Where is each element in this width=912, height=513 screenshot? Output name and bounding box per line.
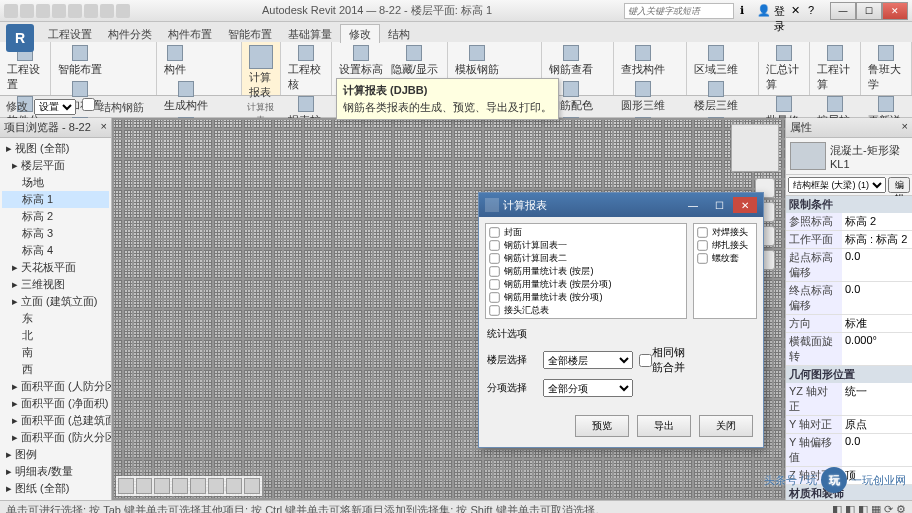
report-list[interactable]: 封面钢筋计算回表一钢筋计算回表二钢筋用量统计表 (按层)钢筋用量统计表 (按层分… — [485, 223, 687, 319]
user-area[interactable]: ℹ 👤 登录 ✕ ? — [740, 4, 822, 18]
viewctl-icon[interactable] — [190, 478, 206, 494]
prop-row[interactable]: 起点标高偏移0.0 — [786, 249, 912, 282]
tree-node[interactable]: 标高 3 — [2, 225, 109, 242]
project-browser-tree[interactable]: ▸ 视图 (全部)▸ 楼层平面场地标高 1标高 2标高 3标高 4▸ 天花板平面… — [0, 138, 111, 500]
prop-section[interactable]: 几何图形位置 — [786, 366, 912, 383]
prop-row[interactable]: 参照标高标高 2 — [786, 213, 912, 231]
dialog-minimize-button[interactable]: — — [681, 197, 705, 213]
qat-icon[interactable] — [100, 4, 114, 18]
tree-node[interactable]: ▸ 图纸 (全部) — [2, 480, 109, 497]
tree-node[interactable]: ▸ 三维视图 — [2, 276, 109, 293]
joint-item[interactable]: 螺纹套 — [696, 252, 754, 265]
viewctl-icon[interactable] — [154, 478, 170, 494]
tree-node[interactable]: ▸ 楼层平面 — [2, 157, 109, 174]
qat-icon[interactable] — [4, 4, 18, 18]
options-checkbox[interactable]: 结构钢筋 — [82, 98, 144, 115]
tree-node[interactable]: ▸ 面积平面 (净面积) — [2, 395, 109, 412]
report-item[interactable]: 封面 — [488, 226, 684, 239]
properties-grid[interactable]: 限制条件参照标高标高 2工作平面标高 : 标高 2起点标高偏移0.0终点标高偏移… — [786, 196, 912, 500]
tree-node[interactable]: ▸ 视图 (全部) — [2, 140, 109, 157]
tree-node[interactable]: 西 — [2, 361, 109, 378]
prop-section[interactable]: 限制条件 — [786, 196, 912, 213]
qat-icon[interactable] — [20, 4, 34, 18]
exchange-icon[interactable]: ✕ — [791, 4, 805, 18]
ribbon-button[interactable]: 区域三维 — [691, 44, 741, 78]
qat-icon[interactable] — [36, 4, 50, 18]
merge-rebar-checkbox[interactable]: 相同钢筋合并 — [639, 345, 689, 375]
tree-node[interactable]: ▸ 明细表/数量 — [2, 463, 109, 480]
ribbon-tab[interactable]: 工程设置 — [40, 25, 100, 43]
tree-node[interactable]: 标高 4 — [2, 242, 109, 259]
item-select[interactable]: 全部分项 — [543, 379, 633, 397]
maximize-button[interactable]: ☐ — [856, 2, 882, 20]
report-item[interactable]: 钢筋计算回表二 — [488, 252, 684, 265]
viewctl-icon[interactable] — [208, 478, 224, 494]
help-search-input[interactable] — [624, 3, 734, 19]
ribbon-button[interactable]: 楼层三维 — [691, 80, 741, 114]
preview-button[interactable]: 预览 — [575, 415, 629, 437]
edit-type-button[interactable]: 编辑类型 — [888, 177, 910, 193]
tree-node[interactable]: ▸ 面积平面 (总建筑面积) — [2, 412, 109, 429]
qat-icon[interactable] — [116, 4, 130, 18]
tree-node[interactable]: 北 — [2, 327, 109, 344]
qat-icon[interactable] — [84, 4, 98, 18]
status-tray[interactable]: ◧ ◧ ◧ ▦ ⟳ ⚙ — [832, 503, 906, 513]
ribbon-button[interactable]: 工程校核 — [285, 44, 327, 93]
ribbon-button[interactable]: 鲁班大学 — [865, 44, 907, 93]
viewctl-icon[interactable] — [226, 478, 242, 494]
quick-access-toolbar[interactable] — [4, 4, 130, 18]
tree-node[interactable]: 东 — [2, 310, 109, 327]
tree-node[interactable]: ▸ 立面 (建筑立面) — [2, 293, 109, 310]
prop-row[interactable]: 方向标准 — [786, 315, 912, 333]
help-icon[interactable]: ? — [808, 4, 822, 18]
tree-node[interactable]: ▸ 面积平面 (人防分区面积) — [2, 378, 109, 395]
tree-node[interactable]: 南 — [2, 344, 109, 361]
viewctl-icon[interactable] — [172, 478, 188, 494]
tree-node[interactable]: ▸ 图例 — [2, 446, 109, 463]
dialog-titlebar[interactable]: 计算报表 — ☐ ✕ — [479, 193, 763, 217]
report-item[interactable]: 钢筋用量统计表 (按层) — [488, 265, 684, 278]
ribbon-button[interactable]: 构件 — [161, 44, 189, 78]
panel-close-icon[interactable]: × — [902, 120, 908, 135]
ribbon-button[interactable]: 圆形三维 — [618, 80, 668, 114]
view-cube[interactable] — [731, 124, 779, 172]
ribbon-tab[interactable]: 构件分类 — [100, 25, 160, 43]
tree-node[interactable]: ▸ 面积平面 (防火分区面积) — [2, 429, 109, 446]
close-button[interactable]: 关闭 — [699, 415, 753, 437]
tree-node[interactable]: ▸ 天花板平面 — [2, 259, 109, 276]
qat-icon[interactable] — [68, 4, 82, 18]
report-item[interactable]: 钢筋用量统计表 (按分项) — [488, 291, 684, 304]
signin-icon[interactable]: 👤 — [757, 4, 771, 18]
viewctl-icon[interactable] — [244, 478, 260, 494]
minimize-button[interactable]: — — [830, 2, 856, 20]
ribbon-button[interactable]: 查找构件 — [618, 44, 668, 78]
tree-node[interactable]: 场地 — [2, 174, 109, 191]
dialog-maximize-button[interactable]: ☐ — [707, 197, 731, 213]
ribbon-button[interactable]: 计算报表 — [246, 44, 276, 101]
ribbon-button[interactable]: 智能布置 — [55, 44, 105, 78]
infocenter-icon[interactable]: ℹ — [740, 4, 754, 18]
app-menu-button[interactable]: R — [6, 24, 34, 52]
tree-node[interactable]: ▸ 族 — [2, 497, 109, 500]
floor-select[interactable]: 全部楼层 — [543, 351, 633, 369]
ribbon-button[interactable]: 隐藏/显示 — [388, 44, 441, 78]
tree-node[interactable]: 标高 1 — [2, 191, 109, 208]
report-item[interactable]: 钢筋计算回表一 — [488, 239, 684, 252]
prop-row[interactable]: Y 轴偏移值0.0 — [786, 434, 912, 467]
ribbon-tab[interactable]: 基础算量 — [280, 25, 340, 43]
ribbon-tab[interactable]: 智能布置 — [220, 25, 280, 43]
prop-row[interactable]: YZ 轴对正统一 — [786, 383, 912, 416]
ribbon-button[interactable]: 模板钢筋 — [452, 44, 502, 78]
properties-type[interactable]: 混凝土-矩形梁 KL1 — [786, 138, 912, 175]
tree-node[interactable]: 标高 2 — [2, 208, 109, 225]
ribbon-tab[interactable]: 构件布置 — [160, 25, 220, 43]
close-button[interactable]: ✕ — [882, 2, 908, 20]
ribbon-button[interactable]: 汇总计算 — [763, 44, 805, 93]
qat-icon[interactable] — [52, 4, 66, 18]
report-item[interactable]: 接头汇总表 — [488, 304, 684, 317]
report-item[interactable]: 钢筋用量统计表 (按层分项) — [488, 278, 684, 291]
prop-row[interactable]: 终点标高偏移0.0 — [786, 282, 912, 315]
joint-item[interactable]: 绑扎接头 — [696, 239, 754, 252]
ribbon-button[interactable]: 生成构件 — [161, 80, 211, 114]
panel-close-icon[interactable]: × — [101, 120, 107, 135]
